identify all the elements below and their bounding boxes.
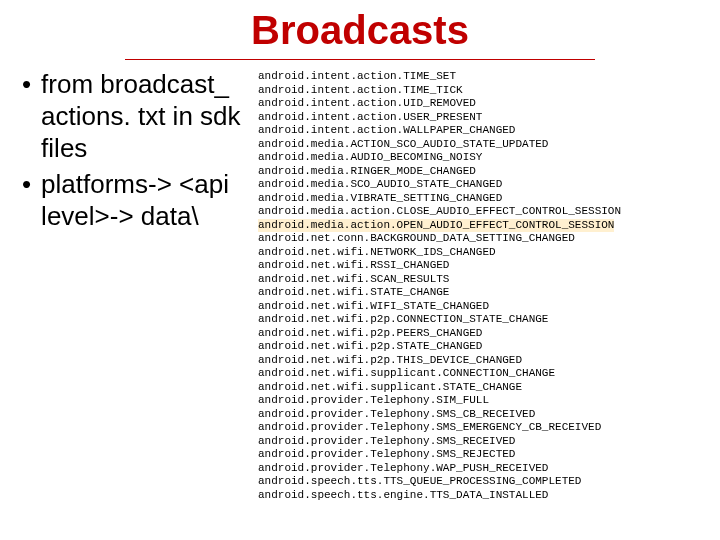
code-line: android.intent.action.TIME_SET [258,70,720,84]
code-line: android.speech.tts.engine.TTS_DATA_INSTA… [258,489,720,503]
code-line: android.provider.Telephony.SMS_EMERGENCY… [258,421,720,435]
code-line: android.media.SCO_AUDIO_STATE_CHANGED [258,178,720,192]
code-line: android.media.action.OPEN_AUDIO_EFFECT_C… [258,219,614,233]
code-line: android.provider.Telephony.SMS_CB_RECEIV… [258,408,720,422]
code-line: android.intent.action.WALLPAPER_CHANGED [258,124,720,138]
code-line: android.provider.Telephony.WAP_PUSH_RECE… [258,462,720,476]
bullet-dot-icon: • [22,68,31,100]
content-area: • from broadcast_ actions. txt in sdk fi… [0,68,720,502]
code-line: android.provider.Telephony.SMS_REJECTED [258,448,720,462]
code-line: android.net.wifi.RSSI_CHANGED [258,259,720,273]
bullet-list: • from broadcast_ actions. txt in sdk fi… [18,68,258,502]
code-line: android.net.conn.BACKGROUND_DATA_SETTING… [258,232,720,246]
code-line: android.net.wifi.p2p.THIS_DEVICE_CHANGED [258,354,720,368]
title-underline [125,59,595,60]
code-line: android.intent.action.UID_REMOVED [258,97,720,111]
code-line: android.net.wifi.p2p.CONNECTION_STATE_CH… [258,313,720,327]
code-line: android.net.wifi.p2p.PEERS_CHANGED [258,327,720,341]
bullet-text: platforms-> <api level>-> data\ [41,168,248,232]
code-line: android.speech.tts.TTS_QUEUE_PROCESSING_… [258,475,720,489]
code-line: android.net.wifi.SCAN_RESULTS [258,273,720,287]
code-line: android.media.AUDIO_BECOMING_NOISY [258,151,720,165]
code-line: android.net.wifi.STATE_CHANGE [258,286,720,300]
code-line: android.intent.action.USER_PRESENT [258,111,720,125]
bullet-item: • platforms-> <api level>-> data\ [18,168,248,232]
code-line: android.intent.action.TIME_TICK [258,84,720,98]
code-line: android.net.wifi.supplicant.STATE_CHANGE [258,381,720,395]
code-line: android.media.ACTION_SCO_AUDIO_STATE_UPD… [258,138,720,152]
code-line: android.media.RINGER_MODE_CHANGED [258,165,720,179]
code-line: android.media.action.CLOSE_AUDIO_EFFECT_… [258,205,720,219]
code-line: android.media.VIBRATE_SETTING_CHANGED [258,192,720,206]
slide-title: Broadcasts [0,0,720,59]
code-line: android.net.wifi.WIFI_STATE_CHANGED [258,300,720,314]
code-line: android.provider.Telephony.SMS_RECEIVED [258,435,720,449]
code-panel: android.intent.action.TIME_SETandroid.in… [258,68,720,502]
code-line: android.provider.Telephony.SIM_FULL [258,394,720,408]
code-line: android.net.wifi.p2p.STATE_CHANGED [258,340,720,354]
bullet-item: • from broadcast_ actions. txt in sdk fi… [18,68,248,164]
bullet-text: from broadcast_ actions. txt in sdk file… [41,68,248,164]
code-line: android.net.wifi.NETWORK_IDS_CHANGED [258,246,720,260]
code-line: android.net.wifi.supplicant.CONNECTION_C… [258,367,720,381]
bullet-dot-icon: • [22,168,31,200]
